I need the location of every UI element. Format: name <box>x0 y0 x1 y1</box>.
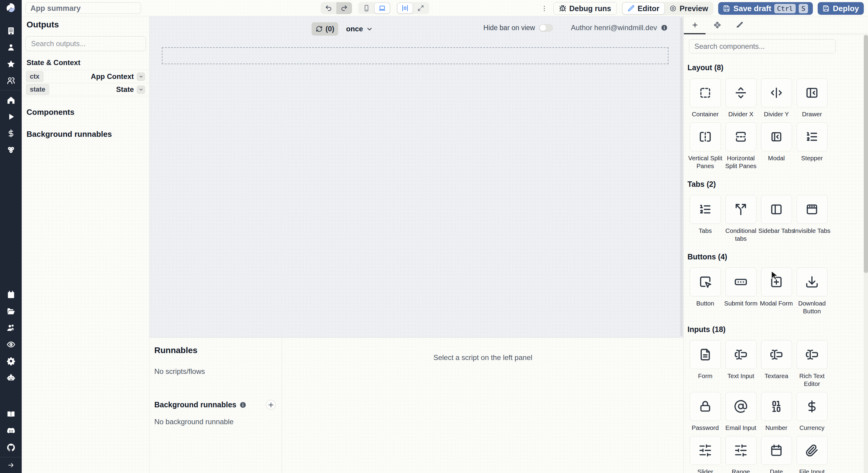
component-label: Horizontal Split Panes <box>721 154 761 170</box>
component-card-button[interactable] <box>690 267 721 296</box>
arrow-right-icon[interactable] <box>7 462 14 469</box>
undo-button[interactable] <box>321 2 336 14</box>
component-cell: Horizontal Split Panes <box>723 122 758 170</box>
github-icon[interactable] <box>5 442 16 453</box>
component-card-currency[interactable] <box>797 392 828 421</box>
calendar-icon[interactable] <box>5 289 16 300</box>
refresh-count-button[interactable]: (0) <box>312 22 338 36</box>
component-card-tabs[interactable] <box>690 195 721 224</box>
chevron-down-icon[interactable] <box>137 73 145 81</box>
component-card-text-input[interactable] <box>725 340 756 369</box>
discord-icon[interactable] <box>5 425 16 436</box>
windmill-logo-icon[interactable] <box>0 0 22 16</box>
component-card-textarea[interactable] <box>761 340 792 369</box>
preview-tab[interactable]: Preview <box>664 2 713 14</box>
component-card-modal-form[interactable] <box>761 267 792 296</box>
state-context-row-state[interactable]: stateState <box>22 83 149 96</box>
chevron-down-icon[interactable] <box>137 86 145 94</box>
play-icon[interactable] <box>5 111 16 122</box>
submit-form-icon <box>734 275 748 289</box>
component-label: Email Input <box>721 424 761 432</box>
component-card-sidebar-tabs[interactable] <box>761 195 792 224</box>
dollar-icon[interactable] <box>5 128 16 138</box>
deploy-button[interactable]: Deploy <box>818 2 864 15</box>
tab-insert-component[interactable] <box>684 16 706 34</box>
home-icon[interactable] <box>5 95 16 105</box>
component-label: Stepper <box>792 154 832 162</box>
debug-runs-button[interactable]: Debug runs <box>553 2 617 15</box>
tab-theme[interactable] <box>728 16 751 34</box>
info-icon[interactable] <box>239 401 247 409</box>
users-gear-icon[interactable] <box>5 322 16 333</box>
component-label: Button <box>686 299 725 307</box>
center-layout-button[interactable] <box>397 3 413 13</box>
redo-button[interactable] <box>336 2 352 14</box>
component-label: File Input <box>792 468 832 473</box>
component-card-file-input[interactable] <box>797 436 828 465</box>
component-card-divider-y[interactable] <box>761 78 792 107</box>
component-label: Drawer <box>792 110 832 118</box>
state-context-row-ctx[interactable]: ctxApp Context <box>22 70 149 83</box>
folder-icon[interactable] <box>5 306 16 317</box>
panel-scrollbar-thumb[interactable] <box>864 35 868 273</box>
bug-icon <box>559 5 566 12</box>
info-icon[interactable] <box>661 24 668 31</box>
user-icon[interactable] <box>5 42 16 53</box>
component-card-number[interactable] <box>761 392 792 421</box>
component-card-download-button[interactable] <box>797 267 828 296</box>
sidebar-divider <box>0 90 22 90</box>
users-icon[interactable] <box>5 75 16 86</box>
empty-drop-zone[interactable] <box>162 47 669 64</box>
component-card-email-input[interactable] <box>725 392 756 421</box>
component-section-title: Inputs (18) <box>687 325 868 334</box>
search-components-input[interactable] <box>689 39 836 53</box>
component-card-divider-x[interactable] <box>725 78 756 107</box>
resources-icon[interactable] <box>5 144 16 155</box>
component-card-stepper[interactable] <box>797 122 828 151</box>
fullwidth-button[interactable] <box>413 2 429 14</box>
search-outputs-input[interactable] <box>25 36 146 51</box>
tabs-list-icon <box>698 202 712 216</box>
component-card-form[interactable] <box>690 340 721 369</box>
hide-bar-label: Hide bar on view <box>484 24 535 32</box>
component-section-title: Layout (8) <box>687 63 868 72</box>
component-card-slider[interactable] <box>690 436 721 465</box>
gear-icon[interactable] <box>5 355 16 366</box>
component-card-horizontal-split-panes[interactable] <box>725 122 756 151</box>
book-open-icon[interactable] <box>5 409 16 420</box>
component-card-range[interactable] <box>725 436 756 465</box>
desktop-view-button[interactable] <box>374 3 390 13</box>
robot-icon[interactable] <box>5 372 16 383</box>
hide-bar-toggle[interactable] <box>539 24 553 32</box>
app-canvas[interactable]: (0) once Hide bar on view Author henri@w… <box>150 16 684 338</box>
tab-component-settings[interactable] <box>706 16 728 34</box>
component-card-rich-text-editor[interactable] <box>797 340 828 369</box>
building-icon[interactable] <box>5 25 16 36</box>
component-card-submit-form[interactable] <box>725 267 756 296</box>
binary-icon <box>770 400 783 413</box>
component-card-drawer[interactable] <box>797 78 828 107</box>
component-card-modal[interactable] <box>761 122 792 151</box>
app-summary-input[interactable] <box>25 2 141 14</box>
modal-icon <box>770 130 783 144</box>
mobile-view-button[interactable] <box>359 2 374 14</box>
component-card-container[interactable] <box>690 78 721 107</box>
add-background-runnable-button[interactable] <box>266 400 276 410</box>
eye-icon[interactable] <box>5 339 16 350</box>
smartphone-icon <box>363 4 370 12</box>
component-card-date[interactable] <box>761 436 792 465</box>
redo-icon <box>341 4 348 12</box>
component-card-conditional-tabs[interactable] <box>725 195 756 224</box>
component-card-invisible-tabs[interactable] <box>797 195 828 224</box>
component-label: Divider Y <box>757 110 796 118</box>
save-draft-button[interactable]: Save draft Ctrl S <box>718 2 813 15</box>
component-label: Range <box>721 468 761 473</box>
more-menu-button[interactable] <box>540 4 549 13</box>
component-card-password[interactable] <box>690 392 721 421</box>
star-icon[interactable] <box>5 58 16 69</box>
component-card-vertical-split-panes[interactable] <box>690 122 721 151</box>
editor-tab[interactable]: Editor <box>622 2 664 14</box>
interval-select[interactable]: once <box>346 25 373 33</box>
canvas-scrollbar[interactable] <box>680 18 683 336</box>
vertical-split-icon <box>698 130 712 144</box>
